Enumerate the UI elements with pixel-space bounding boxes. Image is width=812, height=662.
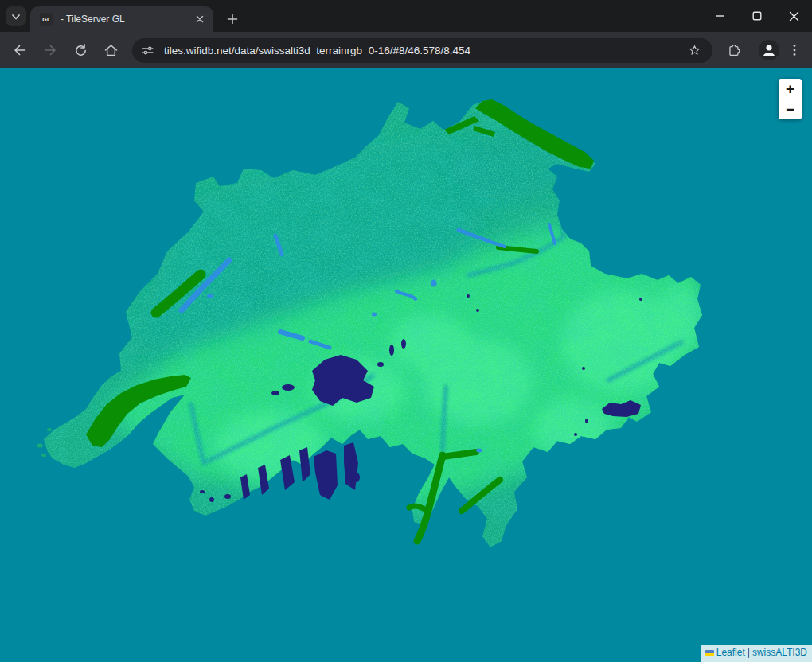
browser-tab[interactable]: GL - TileServer GL (30, 6, 213, 32)
ukraine-flag-icon (705, 650, 714, 656)
close-icon (788, 10, 800, 22)
attribution-separator: | (748, 647, 750, 660)
address-bar[interactable]: tiles.wifidb.net/data/swissalti3d_terrai… (132, 38, 712, 63)
tab-favicon: GL (40, 13, 53, 26)
reload-icon (72, 42, 89, 59)
switzerland-terrain-map (0, 68, 812, 662)
new-tab-button[interactable] (223, 10, 242, 29)
kebab-menu-icon (787, 42, 802, 58)
profile-button[interactable] (756, 37, 782, 63)
close-window-button[interactable] (775, 0, 812, 32)
maximize-icon (751, 10, 763, 21)
zoom-in-button[interactable]: + (779, 79, 802, 99)
window-controls (702, 0, 812, 32)
plus-icon (225, 12, 240, 26)
leaflet-map[interactable]: + − Leaflet | swissALTI3D (0, 68, 812, 662)
bookmark-button[interactable] (684, 40, 705, 60)
forward-button[interactable] (38, 38, 62, 62)
browser-menu-button[interactable] (782, 37, 807, 63)
leaflet-link[interactable]: Leaflet (716, 647, 745, 660)
forward-arrow-icon (41, 41, 59, 59)
toolbar-separator (751, 43, 751, 57)
extensions-button[interactable] (720, 37, 746, 63)
close-icon (193, 13, 206, 25)
home-button[interactable] (99, 38, 123, 62)
browser-window: GL - TileServer GL (0, 0, 812, 662)
tab-title: - TileServer GL (61, 14, 193, 25)
title-bar: GL - TileServer GL (0, 0, 812, 32)
swissalti3d-link[interactable]: swissALTI3D (752, 647, 807, 660)
extensions-puzzle-icon (725, 42, 742, 59)
back-button[interactable] (8, 38, 32, 62)
maximize-button[interactable] (739, 0, 775, 32)
profile-avatar-icon (758, 39, 780, 61)
site-settings-icon (141, 44, 154, 57)
map-attribution: Leaflet | swissALTI3D (701, 645, 812, 662)
zoom-control: + − (779, 79, 802, 119)
chevron-down-icon (10, 10, 22, 23)
tab-close-button[interactable] (193, 12, 207, 26)
reload-button[interactable] (68, 38, 92, 62)
minimize-icon (715, 10, 726, 21)
back-arrow-icon (11, 41, 29, 59)
star-icon (687, 43, 702, 58)
zoom-out-button[interactable]: − (779, 99, 802, 119)
tab-search-button[interactable] (6, 6, 26, 26)
home-icon (103, 42, 119, 59)
minimize-button[interactable] (702, 0, 739, 32)
site-info-button[interactable] (137, 40, 158, 60)
url-text[interactable]: tiles.wifidb.net/data/swissalti3d_terrai… (164, 45, 684, 56)
browser-toolbar: tiles.wifidb.net/data/swissalti3d_terrai… (0, 32, 812, 68)
